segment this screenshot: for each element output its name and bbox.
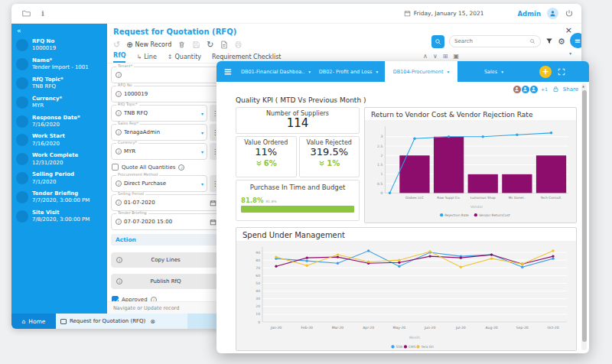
svg-text:70: 70 [256, 266, 260, 270]
record-bullet [16, 172, 28, 184]
tab-quantity[interactable]: ↕Quantity [168, 54, 201, 63]
rfq-no-field[interactable]: RFQ No i1000019 [111, 86, 220, 102]
dropdown-caret-icon[interactable]: ▾ [201, 149, 203, 154]
currency-field[interactable]: Currency* iMYR▾ [111, 143, 207, 160]
chevron-down-icon: ▾ [501, 70, 503, 74]
current-date: Friday, January 15, 2021 [404, 10, 484, 17]
form-view-icon[interactable]: ▣ [453, 53, 459, 60]
scrollbar-thumb[interactable] [582, 90, 587, 342]
undo-icon[interactable]: ↺ [113, 40, 120, 50]
svg-text:Mc Donel..: Mc Donel.. [509, 196, 526, 200]
procurement-method-field[interactable]: Procurement Method iDirect Purchase▾ [111, 175, 207, 192]
tab-rfq[interactable]: RfQ [113, 52, 125, 63]
svg-text:May-20: May-20 [393, 326, 406, 330]
rfq-form: Tenant* i RFQ No i1000019 RfQ Topic* iTN… [111, 67, 220, 307]
datepicker-icon[interactable] [210, 219, 216, 226]
svg-text:1: 1 [380, 172, 382, 176]
svg-text:60: 60 [256, 274, 260, 278]
avatar[interactable] [547, 8, 558, 19]
plus-circle-icon: ⊕ [126, 41, 132, 49]
dropdown-caret-icon[interactable]: ▾ [201, 130, 203, 135]
action-section-header: Action [111, 234, 220, 245]
next-record-icon[interactable]: ∨ [433, 53, 438, 60]
dashboard-toolbar: +1 Share [216, 82, 578, 96]
dash-tab-sales[interactable]: Sales▾ [457, 61, 530, 82]
scroll-up-icon[interactable]: ▲ [582, 84, 584, 88]
search-box[interactable] [449, 35, 541, 47]
new-record-button[interactable]: ⊕ New Record [126, 41, 171, 49]
svg-text:Apr-20: Apr-20 [363, 326, 374, 330]
record-nav-icons: ∧ ∨ ⊞ ▣ [423, 53, 459, 60]
rejected-value: 319.5% [300, 146, 360, 159]
svg-text:0: 0 [380, 191, 382, 195]
svg-text:Raw Suppl Co.: Raw Suppl Co. [437, 196, 460, 200]
close-tab-icon[interactable]: ⊗ [150, 318, 155, 325]
ordered-delta: 6% [236, 159, 296, 167]
tab-line[interactable]: ↳Line [136, 54, 156, 63]
power-icon[interactable] [565, 9, 574, 18]
svg-text:Lumorous Shop: Lumorous Shop [470, 196, 496, 200]
dash-tab-financial[interactable]: DB01-Financial Dashboa..▾ [239, 61, 312, 82]
tenant-field[interactable]: Tenant* i [111, 67, 220, 83]
home-tab[interactable]: ⌂ Home [11, 314, 56, 329]
record-bullet [16, 191, 28, 203]
value-rejected-kpi-card: Value Rejected 319.5% 1% [299, 136, 360, 177]
lock-icon[interactable] [552, 86, 559, 93]
prev-record-icon[interactable]: ∧ [423, 53, 428, 60]
selling-period-field[interactable]: Selling Period i01-07-2020 [111, 194, 220, 211]
search-button[interactable] [431, 35, 444, 48]
dash-tab-procurement[interactable]: DB104-Procurement▾ [385, 61, 457, 82]
vendor-combo-chart: 00.511.522.53Globex LLCRaw Suppl Co.Lumo… [365, 120, 576, 223]
person-icon [522, 86, 528, 92]
gear-icon[interactable]: ⚙ [558, 37, 565, 46]
svg-text:Tera Oil: Tera Oil [421, 345, 434, 349]
record-bullet [16, 115, 28, 128]
publish-rfq-button[interactable]: i Publish RfQ [111, 274, 220, 289]
dropdown-caret-icon[interactable]: ▾ [201, 111, 203, 116]
svg-text:Aug-20: Aug-20 [485, 326, 497, 330]
record-bullet [16, 58, 28, 70]
search-row: ⚙ ≡ [431, 34, 581, 49]
open-record-tab[interactable]: Request for Quotation (RFQ) ⊗ [56, 314, 187, 329]
value-ordered-kpi-card: Value Ordered 11% 6% [236, 136, 297, 177]
quote-all-checkbox[interactable] [112, 164, 119, 171]
report-icon[interactable] [220, 41, 228, 49]
chevron-down-icon: ▾ [376, 70, 378, 74]
rfq-topic-field[interactable]: RfQ Topic* iTNB RFQ▾ [111, 105, 207, 122]
svg-text:Globex LLC: Globex LLC [405, 196, 424, 200]
svg-text:SSB: SSB [396, 345, 402, 349]
add-dashboard-button[interactable]: + [539, 66, 552, 78]
hamburger-icon[interactable]: ≡ [216, 61, 239, 82]
rejected-delta: 1% [300, 159, 360, 167]
delete-icon[interactable] [177, 41, 186, 49]
user-name[interactable]: Admin [518, 10, 542, 18]
svg-text:Rejection Rate: Rejection Rate [444, 213, 469, 217]
refresh-icon[interactable]: ↻ [207, 40, 213, 50]
info-icon: i [116, 200, 122, 206]
collapse-sidebar-icon[interactable]: « [11, 24, 107, 36]
info-icon[interactable]: i [41, 9, 44, 18]
svg-text:Vendor: Vendor [470, 205, 483, 209]
tender-briefing-field[interactable]: Tender Briefing i07-07-2020 15:00 [111, 213, 220, 230]
purchase-kpi-card: Purchase In Time and Budget 81.8% 81.8% [236, 180, 360, 221]
menu-button[interactable]: ≡ [570, 33, 581, 48]
titlebar: i Friday, January 15, 2021 Admin [11, 4, 581, 24]
quote-all-row: Quote All Quantities i [112, 162, 220, 172]
info-icon: i [178, 164, 184, 171]
scrollbar[interactable]: ▲ [581, 83, 587, 350]
list-item: Currency*MYR [11, 93, 107, 112]
sales-rep-field[interactable]: Sales Rep* iTenagaAdmin▾ [111, 124, 207, 141]
share-button[interactable]: Share [563, 86, 578, 93]
grid-view-icon[interactable]: ⊞ [443, 53, 448, 60]
search-input[interactable] [454, 38, 529, 44]
dropdown-caret-icon[interactable]: ▾ [201, 181, 203, 187]
info-icon: i [116, 219, 122, 225]
fullscreen-icon[interactable] [558, 68, 565, 76]
copy-lines-button[interactable]: i Copy Lines [111, 252, 220, 268]
record-bullet [16, 77, 28, 89]
datepicker-icon[interactable] [210, 200, 216, 206]
person-icon [531, 86, 536, 92]
folder-icon[interactable] [22, 9, 31, 18]
filter-icon[interactable] [545, 37, 553, 45]
dash-tab-profit-loss[interactable]: DB02- Profit and Loss▾ [312, 61, 385, 82]
